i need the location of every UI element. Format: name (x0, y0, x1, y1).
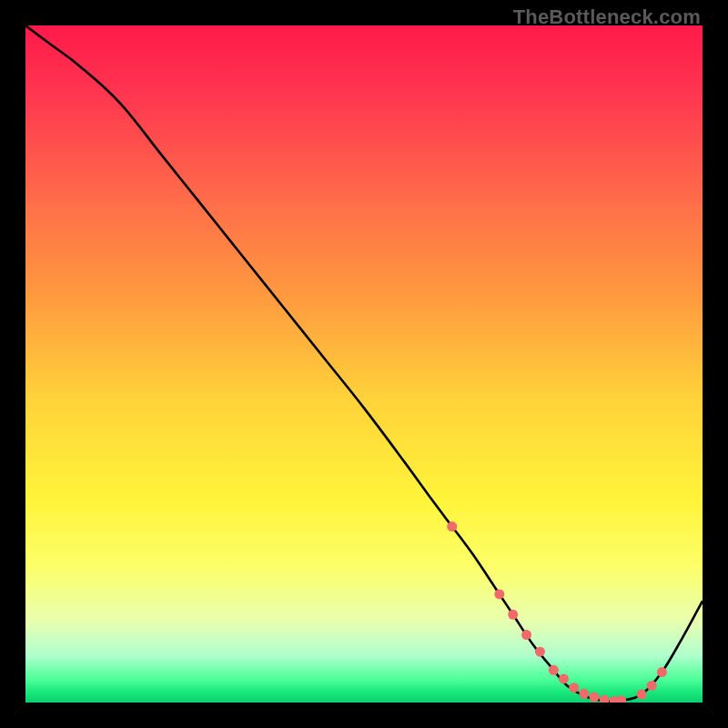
highlight-point (637, 690, 647, 700)
highlight-point (535, 647, 545, 657)
highlight-point (447, 521, 457, 531)
plot-area (25, 25, 703, 703)
highlight-point (616, 695, 626, 703)
highlight-point (549, 665, 559, 675)
bottleneck-curve (25, 25, 703, 702)
highlight-point (657, 667, 667, 677)
watermark-text: TheBottleneck.com (513, 5, 701, 29)
highlight-point (579, 689, 589, 699)
highlight-point (600, 695, 610, 703)
highlight-point (521, 630, 531, 640)
highlight-point (559, 673, 569, 683)
highlight-point (569, 682, 579, 693)
highlight-point (508, 610, 518, 620)
highlight-point (589, 693, 599, 703)
curve-layer (25, 25, 703, 703)
highlight-point (647, 681, 657, 691)
highlight-point (494, 589, 504, 599)
chart-container: TheBottleneck.com (0, 0, 728, 728)
